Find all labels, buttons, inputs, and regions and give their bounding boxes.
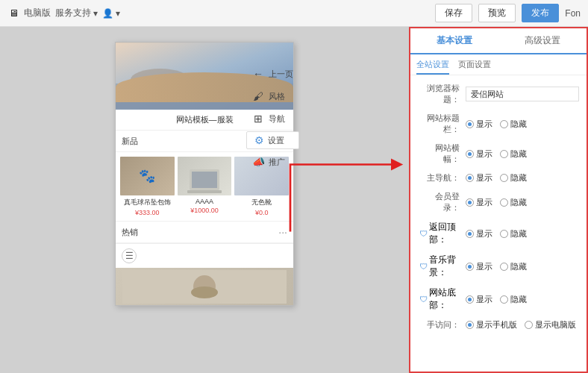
hot-section: 热销 ··· ☰ [116,221,293,305]
radio-show[interactable] [466,120,474,128]
backtop-show[interactable]: 显示 [466,228,492,239]
svg-point-2 [131,69,190,91]
banner-show[interactable]: 显示 [466,148,492,160]
hot-more-icon[interactable]: ··· [278,226,287,238]
browser-title-label: 浏览器标题： [419,83,463,105]
vip-icon1: 🛡 [419,229,428,238]
browser-title-input[interactable] [466,87,579,101]
music-show[interactable]: 显示 [466,261,492,272]
sub-tab-site[interactable]: 全站设置 [416,59,449,75]
toolbar-left: 🖥 电脑版 服务支持 ▾ 👤 ▾ [7,7,291,19]
mainnav-hide[interactable]: 隐藏 [500,172,527,184]
service-support[interactable]: 服务支持 ▾ [55,7,98,19]
preview-button[interactable]: 预览 [478,4,516,22]
product-image-1: 🐾 [120,157,175,195]
footer-label: 网站底部： [429,286,460,312]
hide-label3: 隐藏 [510,172,527,184]
hamburger-icon[interactable]: ☰ [122,248,137,263]
banner-hide[interactable]: 隐藏 [500,148,527,160]
main-nav-label: 主导航： [419,172,463,184]
show-label4: 显示 [476,197,492,208]
radio-hide5[interactable] [500,230,508,238]
save-button[interactable]: 保存 [435,4,472,22]
radio-show2[interactable] [466,150,474,158]
svg-rect-6 [190,90,208,95]
back-tool[interactable]: ← 上一页 [246,64,299,84]
banner-label: 网站横幅： [419,142,463,165]
radio-hide6[interactable] [500,263,508,271]
tab-advanced-settings[interactable]: 高级设置 [498,28,587,54]
desktop-show-label: 显示电脑版 [535,319,576,330]
device-toggle[interactable]: 电脑版 [24,7,51,19]
product-item[interactable]: AAAA ¥1000.00 [178,157,232,216]
footer-show[interactable]: 显示 [466,294,492,305]
radio-show3[interactable] [466,174,474,182]
show-label6: 显示 [476,261,492,272]
mobile-access-row: 手访问： 显示手机版 显示电脑版 [419,319,578,330]
member-hide[interactable]: 隐藏 [500,197,527,208]
show-option[interactable]: 显示 [466,119,492,130]
megaphone-icon: 📣 [252,156,264,168]
promote-label: 推广 [269,157,285,168]
hide-option[interactable]: 隐藏 [500,119,527,130]
settings-tool[interactable]: ⚙ 设置 [246,131,299,149]
hide-label: 隐藏 [510,119,527,130]
music-hide[interactable]: 隐藏 [500,261,527,272]
tab-basic-settings[interactable]: 基本设置 [410,28,498,54]
mainnav-show[interactable]: 显示 [466,172,492,184]
site-navbar-radio: 显示 隐藏 [466,119,578,130]
radio-hide[interactable] [500,120,508,128]
show-label5: 显示 [476,228,492,239]
nav-label: 导航 [269,113,285,125]
product-name-2: AAAA [178,198,232,205]
svg-point-14 [191,286,218,298]
hide-label5: 隐藏 [510,228,527,239]
member-label: 会员登录： [419,191,463,213]
monitor-icon: 🖥 [7,7,19,19]
member-radio: 显示 隐藏 [466,197,578,208]
back-icon: ← [252,68,264,80]
mobile-access-label: 手访问： [419,319,463,330]
radio-show7[interactable] [466,295,474,304]
sub-tab-page[interactable]: 页面设置 [458,59,491,75]
mobile-show[interactable]: 显示手机版 [466,319,517,330]
show-label7: 显示 [476,294,492,305]
user-menu[interactable]: 👤 ▾ [102,8,120,19]
radio-mobile[interactable] [466,321,474,329]
radio-show4[interactable] [466,198,474,207]
member-show[interactable]: 显示 [466,197,492,208]
publish-button[interactable]: 发布 [522,4,559,22]
radio-desktop[interactable] [525,321,533,329]
site-navbar-row: 网站标题栏： 显示 隐藏 [419,113,578,135]
radio-hide2[interactable] [500,150,508,158]
toolbar: 🖥 电脑版 服务支持 ▾ 👤 ▾ 保存 预览 发布 Fon [0,0,588,27]
nav-tool[interactable]: ⊞ 导航 [246,109,299,128]
show-label2: 显示 [476,148,492,160]
promote-tool[interactable]: 📣 推广 [246,152,299,172]
hide-label6: 隐藏 [510,261,527,272]
desktop-show[interactable]: 显示电脑版 [525,319,576,330]
show-label3: 显示 [476,172,492,184]
gear-icon: ⚙ [253,134,265,146]
backtop-row: 🛡 返回顶部： 显示 隐藏 [419,221,578,246]
radio-hide7[interactable] [500,295,508,304]
style-tool[interactable]: 🖌 风格 [246,87,299,106]
product-item[interactable]: 🐾 真毛球吊坠包饰 ¥333.00 [120,157,175,216]
side-toolbar: ← 上一页 🖌 风格 ⊞ 导航 ⚙ 设置 📣 推广 [246,64,299,172]
service-label: 服务支持 [55,7,91,19]
footer-hide[interactable]: 隐藏 [500,294,527,305]
right-panel: 基本设置 高级设置 全站设置 页面设置 浏览器标题： 网站标题栏： 显示 [409,27,588,373]
font-label: Fon [565,8,581,19]
radio-hide3[interactable] [500,174,508,182]
food-svg [122,270,287,304]
backtop-radio: 显示 隐藏 [466,228,578,239]
radio-hide4[interactable] [500,198,508,207]
browser-title-row: 浏览器标题： [419,83,578,105]
backtop-label-group: 🛡 返回顶部： [419,221,463,246]
panel-tabs: 基本设置 高级设置 [410,28,587,54]
backtop-hide[interactable]: 隐藏 [500,228,527,239]
radio-show6[interactable] [466,263,474,271]
radio-show5[interactable] [466,230,474,238]
member-row: 会员登录： 显示 隐藏 [419,191,578,213]
music-label-group: 🛡 音乐背景： [419,254,463,279]
